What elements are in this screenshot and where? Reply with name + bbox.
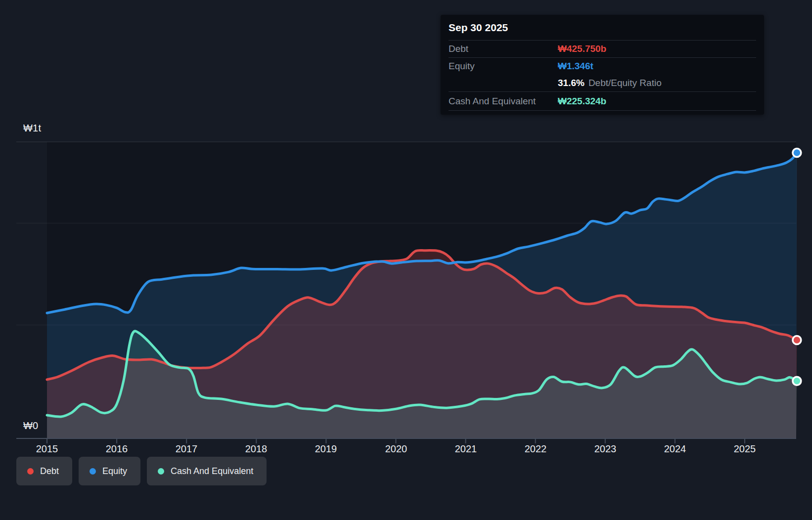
legend-chip-equity[interactable]: Equity: [79, 457, 140, 485]
legend-chip-debt[interactable]: Debt: [16, 457, 72, 485]
x-axis-label-2025: 2025: [722, 443, 767, 455]
x-axis-label-2015: 2015: [25, 443, 69, 455]
equity-legend-dot-icon: [90, 468, 96, 475]
debt-legend-dot-icon: [27, 468, 34, 475]
tooltip-ratio-label: Debt/Equity Ratio: [588, 78, 662, 88]
legend-debt-label: Debt: [40, 466, 59, 477]
x-axis-label-2021: 2021: [444, 443, 488, 455]
tooltip-row-ratio: 31.6%Debt/Equity Ratio: [449, 75, 756, 92]
tooltip-debt-value: ₩425.750b: [558, 43, 606, 54]
tooltip-debt-label: Debt: [449, 43, 468, 54]
tooltip: Sep 30 2025 Debt ₩425.750b Equity ₩1.346…: [441, 15, 764, 115]
x-axis-label-2018: 2018: [234, 443, 278, 455]
legend: Debt Equity Cash And Equivalent: [16, 457, 273, 485]
tooltip-ratio-value: 31.6%: [558, 78, 585, 88]
y-axis-label-0: ₩0: [23, 420, 38, 432]
equity-end-dot[interactable]: [793, 148, 801, 157]
cash-end-dot[interactable]: [793, 377, 801, 385]
tooltip-row-equity: Equity ₩1.346t: [449, 58, 756, 75]
x-axis-label-2024: 2024: [653, 443, 697, 455]
tooltip-equity-value: ₩1.346t: [558, 61, 593, 72]
x-axis-label-2017: 2017: [164, 443, 209, 455]
x-axis-label-2023: 2023: [583, 443, 628, 455]
x-axis-label-2020: 2020: [374, 443, 418, 455]
tooltip-cash-value: ₩225.324b: [558, 96, 606, 107]
x-axis-label-2016: 2016: [94, 443, 139, 455]
tooltip-ratio: 31.6%Debt/Equity Ratio: [558, 78, 662, 88]
debt-equity-history-chart: ₩1t ₩0 2015 2016 2017 2018 2019 2020 202…: [0, 0, 812, 520]
cash-legend-dot-icon: [158, 468, 164, 475]
debt-end-dot[interactable]: [793, 336, 801, 345]
legend-cash-label: Cash And Equivalent: [171, 466, 253, 477]
tooltip-date: Sep 30 2025: [449, 15, 756, 41]
legend-equity-label: Equity: [102, 466, 127, 477]
legend-chip-cash[interactable]: Cash And Equivalent: [147, 457, 267, 485]
tooltip-equity-label: Equity: [449, 61, 475, 72]
x-axis-label-2019: 2019: [304, 443, 348, 455]
tooltip-row-cash: Cash And Equivalent ₩225.324b: [449, 92, 756, 111]
x-axis-label-2022: 2022: [513, 443, 558, 455]
y-axis-label-1t: ₩1t: [23, 123, 41, 134]
tooltip-cash-label: Cash And Equivalent: [449, 96, 536, 107]
tooltip-row-debt: Debt ₩425.750b: [449, 41, 756, 58]
